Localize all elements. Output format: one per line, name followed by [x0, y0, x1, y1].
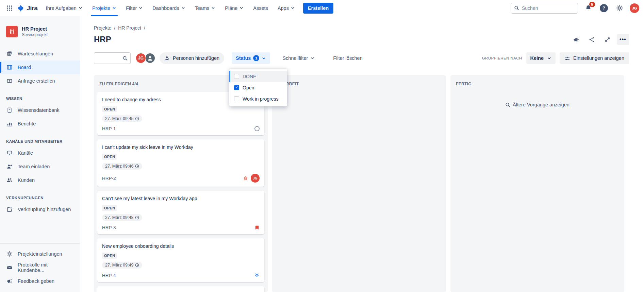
board-icon [6, 64, 13, 70]
chevron-down-icon [78, 6, 83, 10]
column-header: FERTIG [454, 75, 621, 92]
status-badge: OPEN [102, 205, 117, 211]
grid-icon [6, 5, 13, 12]
settings-button[interactable] [614, 3, 625, 14]
chevron-down-icon [291, 6, 295, 10]
create-button[interactable]: Erstellen [303, 3, 333, 14]
add-people-button[interactable]: Personen hinzufügen [160, 52, 224, 64]
checkbox-unchecked-icon[interactable] [234, 74, 239, 79]
page-title: HRP [94, 35, 111, 44]
feedback-button[interactable] [570, 34, 582, 45]
app-switcher-button[interactable] [4, 3, 15, 14]
card-title: I can't update my sick leave in my Workd… [102, 144, 260, 150]
board-search [94, 52, 131, 64]
clock-icon [135, 263, 139, 267]
chevron-down-icon [112, 6, 116, 10]
sidebar-item-verknuepfung-hinzufuegen[interactable]: Verknüpfung hinzufügen [0, 203, 80, 216]
user-avatar[interactable]: JG [630, 3, 639, 13]
sidebar-item-feedback-geben[interactable]: Feedback geben [0, 274, 80, 288]
priority-low-icon [254, 273, 260, 278]
card-key: HRP-1 [102, 126, 116, 131]
show-older-issues-button[interactable]: Ältere Vorgänge anzeigen [454, 102, 621, 107]
jira-logo[interactable]: Jira [15, 4, 41, 12]
sidebar-item-warteschlangen[interactable]: Warteschlangen [0, 47, 80, 61]
breadcrumb-separator: / [144, 25, 145, 31]
global-search-input[interactable] [511, 3, 578, 14]
dropdown-option-work-in-progress[interactable]: Work in progress [229, 93, 287, 104]
project-sidebar: HR Project Serviceprojekt Warteschlangen [0, 16, 80, 292]
person-icon [147, 55, 153, 62]
status-badge: OPEN [102, 253, 117, 259]
nav-item-filter[interactable]: Filter [121, 0, 148, 16]
nav-item-projekte[interactable]: Projekte [87, 0, 121, 16]
checkbox-checked-icon[interactable]: ✓ [234, 85, 239, 90]
search-icon [122, 56, 128, 61]
nav-item-apps[interactable]: Apps [273, 0, 300, 16]
jira-logo-text: Jira [27, 4, 38, 12]
megaphone-icon [573, 36, 579, 43]
clock-icon [135, 117, 139, 121]
help-button[interactable]: ? [598, 3, 609, 14]
quick-filter-button[interactable]: Schnellfilter [278, 52, 319, 64]
clear-filter-button[interactable]: Filter löschen [329, 52, 366, 64]
sidebar-section-verknuepfungen: VERKNÜPFUNGEN [0, 196, 80, 200]
assignee-avatar[interactable]: JG [251, 174, 260, 183]
sidebar-item-projekteinstellungen[interactable]: Projekteinstellungen [0, 247, 80, 261]
status-filter-button[interactable]: Status 1 [232, 52, 270, 64]
chevron-down-icon [547, 56, 551, 61]
board-filter-bar: JG Personen hinzufügen [94, 52, 629, 64]
clock-icon [135, 216, 139, 220]
sidebar-item-berichte[interactable]: Berichte [0, 117, 80, 131]
card-title: Can't see my latest leave in my Workday … [102, 196, 260, 201]
project-header[interactable]: HR Project Serviceprojekt [0, 24, 80, 39]
breadcrumb: Projekte / HR Project / [94, 25, 629, 31]
primary-nav: Ihre Aufgaben Projekte Filter Dashboards… [41, 0, 300, 16]
create-request-icon [6, 78, 13, 84]
sidebar-item-kunden[interactable]: Kunden [0, 173, 80, 187]
sidebar-item-wissensdatenbank[interactable]: Wissensdatenbank [0, 103, 80, 117]
group-by-select[interactable]: Keine [526, 52, 556, 64]
top-navigation-bar: Jira Ihre Aufgaben Projekte Filter Dashb… [0, 0, 644, 16]
kanban-board: ZU ERLEDIGEN 4/4 I need to change my adr… [94, 75, 629, 292]
member-avatars: JG [135, 53, 155, 64]
breadcrumb-projekte[interactable]: Projekte [94, 25, 111, 31]
card-partial[interactable] [97, 286, 264, 292]
card-hrp-4[interactable]: New employee onboarding details OPEN 27.… [97, 238, 264, 282]
fullscreen-button[interactable] [601, 34, 613, 45]
sidebar-item-protokolle[interactable]: Protokolle mit Kundenbe... [0, 261, 80, 274]
jira-board-page: Jira Ihre Aufgaben Projekte Filter Dashb… [0, 0, 644, 292]
card-hrp-2[interactable]: I can't update my sick leave in my Workd… [97, 139, 264, 187]
main-content: Projekte / HR Project / HRP [80, 16, 644, 292]
nav-item-ihre-aufgaben[interactable]: Ihre Aufgaben [41, 0, 87, 16]
view-settings-button[interactable]: Einstellungen anzeigen [560, 52, 629, 64]
project-name: HR Project [22, 26, 48, 32]
nav-item-teams[interactable]: Teams [190, 0, 220, 16]
share-button[interactable] [585, 34, 598, 45]
chevron-down-icon [262, 56, 266, 61]
nav-item-assets[interactable]: Assets [248, 0, 273, 16]
sidebar-item-kanaele[interactable]: Kanäle [0, 146, 80, 160]
card-hrp-3[interactable]: Can't see my latest leave in my Workday … [97, 191, 264, 234]
more-actions-button[interactable]: ••• [617, 34, 629, 45]
member-avatar-jg[interactable]: JG [135, 53, 146, 64]
column-header: IN ARBEIT [276, 75, 443, 92]
dropdown-option-open[interactable]: ✓ Open [229, 82, 287, 93]
envelope-icon [6, 264, 13, 271]
add-shortcut-icon [6, 206, 13, 212]
nav-item-plaene[interactable]: Pläne [220, 0, 248, 16]
nav-item-dashboards[interactable]: Dashboards [148, 0, 190, 16]
status-filter-dropdown: DONE ✓ Open Work in progress [229, 69, 287, 106]
megaphone-icon [6, 278, 13, 284]
breadcrumb-hr-project[interactable]: HR Project [118, 25, 141, 31]
sidebar-item-team-einladen[interactable]: Team einladen [0, 160, 80, 173]
search-icon [505, 102, 510, 107]
breadcrumb-separator: / [114, 25, 115, 31]
sidebar-section-wissen: WISSEN [0, 97, 80, 101]
checkbox-unchecked-icon[interactable] [234, 96, 239, 101]
date-badge: 27. März 09:49 [102, 262, 142, 269]
gear-icon [6, 251, 13, 257]
notifications-button[interactable]: 5 [583, 3, 594, 14]
dropdown-option-done[interactable]: DONE [229, 71, 287, 82]
sidebar-item-anfrage-erstellen[interactable]: Anfrage erstellen [0, 74, 80, 88]
sidebar-item-board[interactable]: Board [0, 61, 80, 74]
